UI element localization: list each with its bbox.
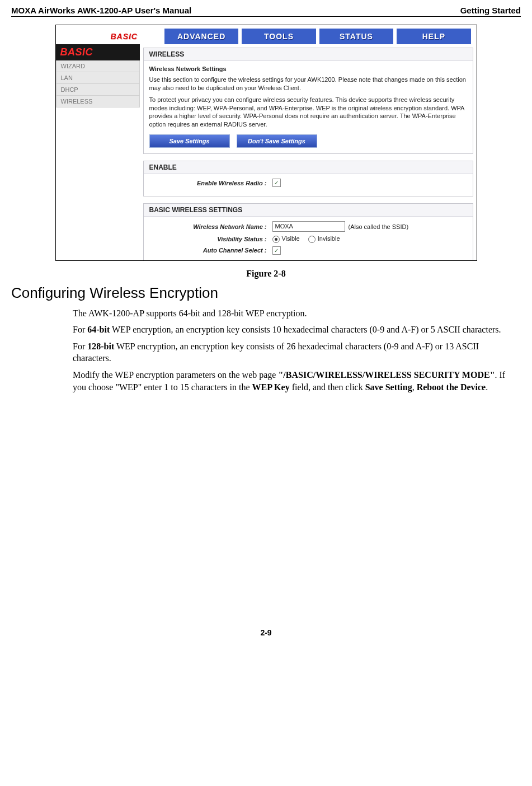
tab-basic[interactable]: BASIC xyxy=(87,29,161,44)
page-number: 2-9 xyxy=(11,628,521,637)
save-settings-button[interactable]: Save Settings xyxy=(149,134,230,148)
radio-visible-icon xyxy=(272,236,280,243)
body-p2: For 64-bit WEP encryption, an encryption… xyxy=(73,324,515,336)
panel-enable-title: ENABLE xyxy=(144,161,473,174)
visibility-label: Visibility Status : xyxy=(149,236,272,242)
sidebar-section-title: BASIC xyxy=(56,44,140,60)
figure-caption: Figure 2-8 xyxy=(11,269,521,279)
auto-channel-label: Auto Channel Select : xyxy=(149,247,272,254)
sidebar-item-lan[interactable]: LAN xyxy=(56,72,140,84)
enable-radio-checkbox[interactable]: ✓ xyxy=(272,179,281,187)
body-p1: The AWK-1200-AP supports 64-bit and 128-… xyxy=(73,307,515,320)
ssid-label: Wireless Network Name : xyxy=(149,223,272,230)
auto-channel-checkbox[interactable]: ✓ xyxy=(272,246,281,255)
ssid-input[interactable]: MOXA xyxy=(272,221,345,232)
tab-help[interactable]: HELP xyxy=(397,29,470,44)
visibility-option-visible[interactable]: Visible xyxy=(272,235,302,242)
sidebar-item-dhcp[interactable]: DHCP xyxy=(56,84,140,96)
tab-status[interactable]: STATUS xyxy=(319,29,393,44)
page-header: MOXA AirWorks AWK-1200-AP User's Manual … xyxy=(11,6,521,17)
sidebar-item-wireless[interactable]: WIRELESS xyxy=(56,96,140,107)
panel-basic-wireless: BASIC WIRELESS SETTINGS Wireless Network… xyxy=(143,203,473,260)
dont-save-settings-button[interactable]: Don't Save Settings xyxy=(237,134,317,148)
visibility-option-invisible[interactable]: Invisible xyxy=(308,235,340,242)
panel-wireless: WIRELESS Wireless Network Settings Use t… xyxy=(143,48,473,154)
sidebar-item-wizard[interactable]: WIZARD xyxy=(56,60,140,72)
section-heading: Configuring Wireless Encryption xyxy=(11,284,521,302)
radio-invisible-icon xyxy=(308,236,316,243)
manual-title: MOXA AirWorks AWK-1200-AP User's Manual xyxy=(11,6,191,15)
wireless-sub-title: Wireless Network Settings xyxy=(149,66,467,72)
enable-radio-label: Enable Wireless Radio : xyxy=(149,180,272,186)
body-p4: Modify the WEP encryption parameters on … xyxy=(73,369,515,393)
visibility-radio-group: Visible Invisible xyxy=(272,235,347,243)
chapter-title: Getting Started xyxy=(460,6,521,15)
body-p3: For 128-bit WEP encryption, an encryptio… xyxy=(73,340,515,364)
top-tabbar: BASIC ADVANCED TOOLS STATUS HELP xyxy=(56,25,477,44)
left-sidebar: BASIC WIZARD LAN DHCP WIRELESS xyxy=(56,44,140,260)
panel-basic-wireless-title: BASIC WIRELESS SETTINGS xyxy=(144,204,473,217)
tab-tools[interactable]: TOOLS xyxy=(242,29,316,44)
wireless-desc-2: To protect your privacy you can configur… xyxy=(149,96,467,129)
wireless-desc-1: Use this section to configure the wirele… xyxy=(149,76,467,92)
ssid-note: (Also called the SSID) xyxy=(349,223,409,230)
panel-enable: ENABLE Enable Wireless Radio : ✓ xyxy=(143,161,473,196)
section-body: The AWK-1200-AP supports 64-bit and 128-… xyxy=(73,307,515,394)
tab-advanced[interactable]: ADVANCED xyxy=(164,29,238,44)
config-screenshot: BASIC ADVANCED TOOLS STATUS HELP BASIC W… xyxy=(55,25,477,261)
panel-wireless-title: WIRELESS xyxy=(144,48,473,61)
main-content: WIRELESS Wireless Network Settings Use t… xyxy=(140,44,477,260)
